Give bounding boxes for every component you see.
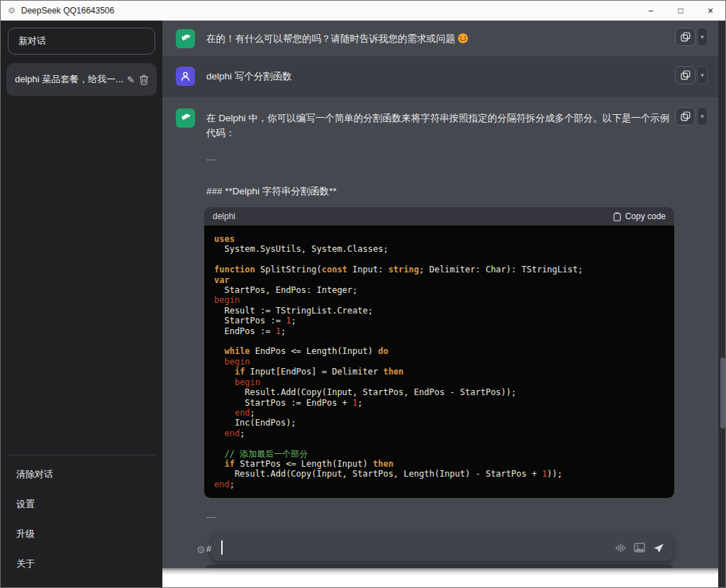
code-language-label: delphi [213, 209, 235, 224]
new-chat-button[interactable]: 新对话 [8, 28, 155, 55]
user-avatar-icon [176, 67, 195, 86]
scrollbar-thumb[interactable] [720, 357, 725, 428]
message-actions: ▾ [675, 66, 708, 84]
sidebar-item-clear-chat[interactable]: 清除对话 [1, 460, 162, 489]
markdown-divider: --- [206, 509, 676, 524]
message-actions: ▾ [675, 28, 708, 46]
input-settings-gear-icon[interactable]: ⚙ [196, 545, 206, 555]
markdown-divider: --- [206, 152, 676, 167]
code-block-header: delphi Copy code [204, 207, 674, 226]
deepseek-whale-icon [176, 29, 195, 48]
edit-chat-icon[interactable]: ✎ [127, 74, 135, 85]
sidebar-divider [8, 455, 155, 455]
sidebar-item-upgrade[interactable]: 升级 [1, 519, 162, 549]
message-text: 在的！有什么可以帮您的吗？请随时告诉我您的需求或问题 [206, 29, 671, 56]
markdown-heading: ### **Delphi 字符串分割函数** [206, 184, 676, 199]
minimize-button[interactable]: – [636, 1, 666, 21]
sidebar: 新对话 delphi 菜品套餐，给我一... ✎ 清除对话 设置 升级 关于 [1, 21, 162, 588]
deepseek-whale-icon [176, 109, 195, 128]
message-actions: ▾ [675, 107, 708, 126]
title-bar: ⚙ DeepSeek QQ16643506 – □ × [1, 1, 725, 21]
maximize-button[interactable]: □ [666, 1, 696, 21]
code-content: uses System.SysUtils, System.Classes; fu… [204, 226, 674, 498]
sidebar-item-about[interactable]: 关于 [1, 549, 162, 579]
chat-history-item[interactable]: delphi 菜品套餐，给我一... ✎ [6, 63, 157, 96]
message-text: 在 Delphi 中，你可以编写一个简单的分割函数来将字符串按照指定的分隔符拆分… [206, 111, 676, 140]
app-logo-icon: ⚙ [8, 6, 16, 15]
chat-area: 在的！有什么可以帮您的吗？请随时告诉我您的需求或问题 ▾ delphi 写个分割… [162, 21, 726, 588]
scrollbar-track[interactable] [718, 21, 726, 588]
smiley-emoji [458, 33, 468, 43]
message-input[interactable] [211, 534, 673, 561]
user-message: delphi 写个分割函数 ▾ [162, 56, 726, 97]
message-text: delphi 写个分割函数 [206, 67, 671, 97]
assistant-message: 在 Delphi 中，你可以编写一个简单的分割函数来将字符串按照指定的分隔符拆分… [162, 97, 726, 588]
window-title: DeepSeek QQ16643506 [21, 6, 114, 16]
page-bottom-strip [162, 568, 718, 588]
message-more-button[interactable]: ▾ [697, 28, 708, 46]
message-more-button[interactable]: ▾ [697, 107, 708, 126]
delete-chat-icon[interactable] [139, 74, 149, 85]
app-window: ⚙ DeepSeek QQ16643506 – □ × 新对话 delphi 菜… [0, 0, 726, 588]
copy-message-button[interactable] [675, 66, 696, 84]
chat-history-item-title: delphi 菜品套餐，给我一... [15, 73, 125, 86]
text-cursor [221, 540, 223, 555]
copy-message-button[interactable] [675, 107, 696, 126]
voice-input-icon[interactable] [615, 543, 626, 553]
window-controls: – □ × [636, 1, 725, 21]
image-upload-icon[interactable] [634, 543, 645, 553]
assistant-message: 在的！有什么可以帮您的吗？请随时告诉我您的需求或问题 ▾ [162, 21, 726, 56]
message-markdown: 在 Delphi 中，你可以编写一个简单的分割函数来将字符串按照指定的分隔符拆分… [206, 109, 676, 588]
send-icon[interactable] [653, 543, 664, 553]
sidebar-menu: 清除对话 设置 升级 关于 [1, 455, 162, 588]
copy-message-button[interactable] [675, 28, 696, 46]
code-block: delphi Copy code uses System.SysUtils, S… [204, 207, 674, 498]
copy-code-button[interactable]: Copy code [613, 209, 666, 224]
close-button[interactable]: × [696, 1, 725, 21]
sidebar-item-settings[interactable]: 设置 [1, 489, 162, 519]
clipboard-icon [613, 212, 621, 221]
message-more-button[interactable]: ▾ [697, 66, 708, 84]
